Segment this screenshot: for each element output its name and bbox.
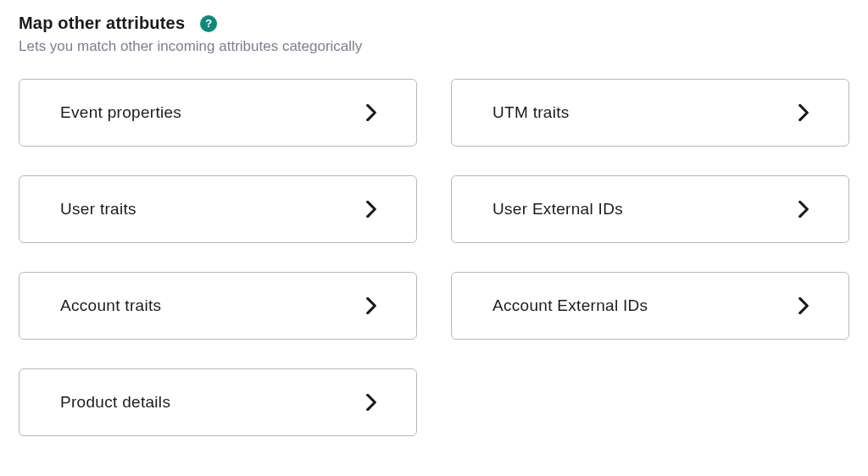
chevron-right-icon [796, 105, 811, 120]
card-label: Account traits [60, 296, 161, 315]
chevron-right-icon [796, 298, 811, 313]
help-icon[interactable]: ? [200, 15, 217, 32]
card-label: User traits [60, 200, 136, 219]
section-title: Map other attributes [19, 14, 185, 33]
card-account-traits[interactable]: Account traits [19, 272, 417, 340]
card-user-external-ids[interactable]: User External IDs [451, 175, 849, 243]
card-label: Product details [60, 393, 170, 412]
card-utm-traits[interactable]: UTM traits [451, 79, 849, 147]
card-user-traits[interactable]: User traits [19, 175, 417, 243]
chevron-right-icon [364, 202, 379, 217]
attribute-card-grid: Event properties UTM traits User traits … [19, 79, 849, 436]
card-label: UTM traits [492, 103, 570, 122]
help-icon-glyph: ? [205, 17, 212, 30]
card-event-properties[interactable]: Event properties [19, 79, 417, 147]
card-label: User External IDs [492, 200, 623, 219]
card-label: Account External IDs [492, 296, 648, 315]
section-header: Map other attributes ? [19, 14, 849, 33]
chevron-right-icon [364, 298, 379, 313]
section-subtitle: Lets you match other incoming attributes… [19, 38, 849, 55]
card-label: Event properties [60, 103, 181, 122]
chevron-right-icon [796, 202, 811, 217]
chevron-right-icon [364, 105, 379, 120]
card-account-external-ids[interactable]: Account External IDs [451, 272, 849, 340]
chevron-right-icon [364, 395, 379, 410]
card-product-details[interactable]: Product details [19, 368, 417, 436]
